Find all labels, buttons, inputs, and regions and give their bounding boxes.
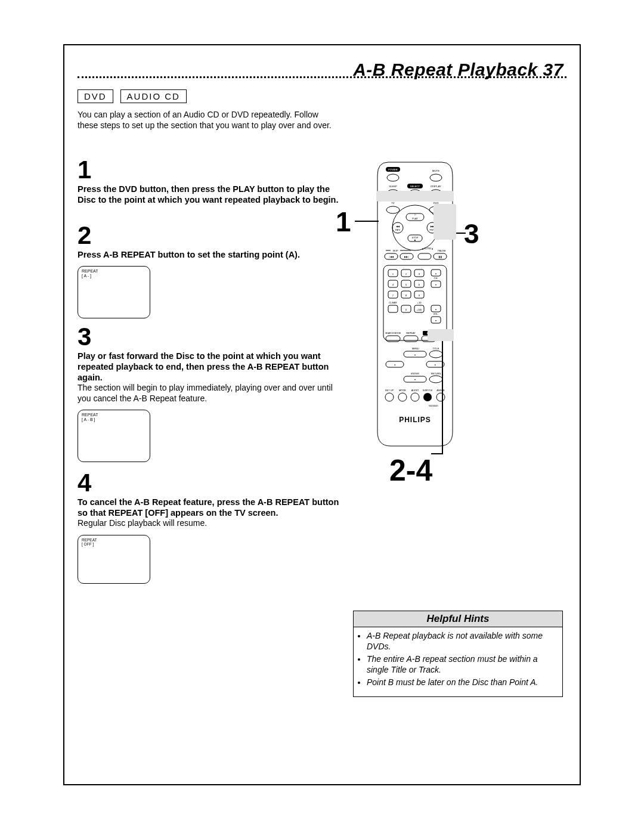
step-text: Play or fast forward the Disc to the poi… — [78, 351, 340, 383]
svg-text:4: 4 — [392, 283, 394, 286]
hint-item: A-B Repeat playback is not available wit… — [367, 631, 558, 652]
step-number: 2 — [78, 223, 340, 248]
svg-point-77 — [411, 393, 419, 401]
step-3: 3 Play or fast forward the Disc to the p… — [78, 316, 340, 462]
step-2: 2 Press A-B REPEAT button to set the sta… — [78, 215, 340, 318]
svg-text:7: 7 — [392, 294, 394, 297]
callout-2-4: 2-4 — [389, 453, 432, 488]
highlight-fwd — [434, 204, 456, 240]
svg-rect-26 — [418, 253, 431, 259]
media-chips: DVD AUDIO CD — [78, 89, 191, 103]
label-sleep: SLEEP — [389, 185, 397, 188]
tv-line: [ OFF ] — [82, 542, 146, 546]
step-text: To cancel the A-B Repeat feature, press … — [78, 497, 340, 518]
brand-logo: PHILIPS — [399, 416, 431, 424]
label-skip: SKIP — [392, 249, 398, 252]
step-number: 4 — [78, 470, 340, 496]
label-vol: VOL. — [433, 312, 438, 315]
svg-text:◀◀: ◀◀ — [396, 225, 400, 228]
highlight-dvd-play — [376, 191, 454, 202]
svg-point-1 — [387, 174, 399, 181]
label-repeat: REPEAT — [406, 332, 416, 335]
step-4: 4 To cancel the A-B Repeat feature, pres… — [78, 462, 340, 584]
tv-screen-box: REPEAT [ OFF ] — [78, 535, 150, 584]
label-return: RETURN — [431, 372, 441, 375]
svg-text:1: 1 — [392, 272, 394, 275]
svg-text:9: 9 — [419, 294, 420, 297]
svg-text:▴: ▴ — [414, 353, 416, 356]
helpful-hints-box: Helpful Hints A-B Repeat playback is not… — [353, 611, 563, 697]
svg-point-76 — [398, 393, 407, 401]
dotted-rule — [78, 76, 566, 78]
svg-point-75 — [385, 393, 394, 401]
remote-illustration: 1 3 2-4 .st{stroke:#000;fill:none;stroke… — [354, 161, 568, 531]
svg-text:▴: ▴ — [435, 308, 436, 311]
svg-text:▶▶|: ▶▶| — [404, 255, 408, 258]
svg-text:6: 6 — [419, 283, 420, 286]
step-note: The section will begin to play immediate… — [78, 383, 340, 404]
label-slow: SLOW — [424, 247, 431, 250]
svg-text:◂: ◂ — [394, 363, 395, 366]
svg-text:|◀◀: |◀◀ — [389, 255, 394, 258]
label-setup: SET UP — [385, 389, 394, 392]
label-subtitle: SUBTITLE — [423, 389, 433, 392]
remote-body: .st{stroke:#000;fill:none;stroke-width:1… — [376, 161, 454, 447]
step-number: 3 — [78, 324, 340, 349]
hints-title: Helpful Hints — [354, 611, 562, 627]
svg-text:▾: ▾ — [414, 378, 416, 381]
label-plus10: +10 — [417, 301, 422, 304]
label-searchmode: SEARCH MODE — [385, 332, 401, 335]
tv-line: [ A - B ] — [82, 417, 146, 422]
label-model: N3206UD — [429, 405, 438, 407]
svg-point-67 — [429, 351, 442, 358]
tv-line: REPEAT — [82, 269, 146, 274]
label-mute: MUTE — [432, 169, 439, 172]
leader-line — [456, 233, 466, 234]
step-text: Press A-B REPEAT button to set the start… — [78, 249, 340, 260]
label-mode: MODE — [399, 389, 406, 392]
label-play: PLAY — [412, 217, 418, 220]
keypad: 1 2 3 4 5 6 7 8 9 CLEAR +10 0 +100 — [388, 270, 424, 312]
step-text: Press the DVD button, then press the PLA… — [78, 184, 340, 205]
label-angle: ANGLE — [436, 389, 445, 392]
svg-point-79 — [436, 393, 445, 401]
hint-item: The entire A-B repeat section must be wi… — [367, 654, 558, 675]
svg-text:3: 3 — [419, 272, 420, 275]
svg-point-2 — [430, 174, 442, 181]
tv-screen-box: REPEAT [ A - B ] — [78, 410, 150, 462]
tv-line: REPEAT — [82, 538, 146, 542]
label-title: TITLE — [433, 347, 439, 350]
svg-text:+100: +100 — [416, 308, 422, 311]
svg-point-7 — [386, 206, 400, 213]
svg-text:0: 0 — [405, 308, 407, 311]
label-clear: CLEAR — [389, 301, 397, 304]
svg-text:5: 5 — [405, 283, 407, 286]
label-ch: CH. — [434, 277, 438, 280]
label-select: SELECT — [410, 185, 420, 188]
svg-text:8: 8 — [405, 294, 407, 297]
label-audio: AUDIO — [411, 389, 419, 392]
label-menu: MENU — [412, 347, 419, 350]
callout-1: 1 — [336, 206, 351, 238]
highlight-ab — [428, 329, 454, 341]
svg-rect-48 — [388, 305, 398, 312]
svg-text:▾: ▾ — [435, 319, 436, 322]
svg-text:▾: ▾ — [435, 283, 436, 286]
svg-text:❚❚: ❚❚ — [438, 255, 442, 258]
hints-body: A-B Repeat playback is not available wit… — [354, 627, 562, 696]
chip-audio-cd: AUDIO CD — [120, 89, 187, 103]
label-display: DISPLAY — [431, 185, 441, 188]
svg-point-74 — [429, 376, 442, 383]
leader-line — [431, 453, 443, 454]
leader-line — [355, 221, 379, 222]
callout-3: 3 — [464, 218, 479, 250]
intro-text: You can play a section of an Audio CD or… — [78, 109, 340, 131]
label-enter: ENTER — [411, 372, 419, 375]
svg-text:▴: ▴ — [435, 272, 436, 275]
chip-dvd: DVD — [78, 89, 113, 103]
svg-text:▸: ▸ — [435, 363, 436, 366]
manual-page: A-B Repeat Playback 37 DVD AUDIO CD You … — [0, 0, 644, 833]
label-power: POWER — [388, 168, 398, 171]
svg-text:2: 2 — [405, 272, 407, 275]
tv-line: [ A - ] — [82, 274, 146, 278]
